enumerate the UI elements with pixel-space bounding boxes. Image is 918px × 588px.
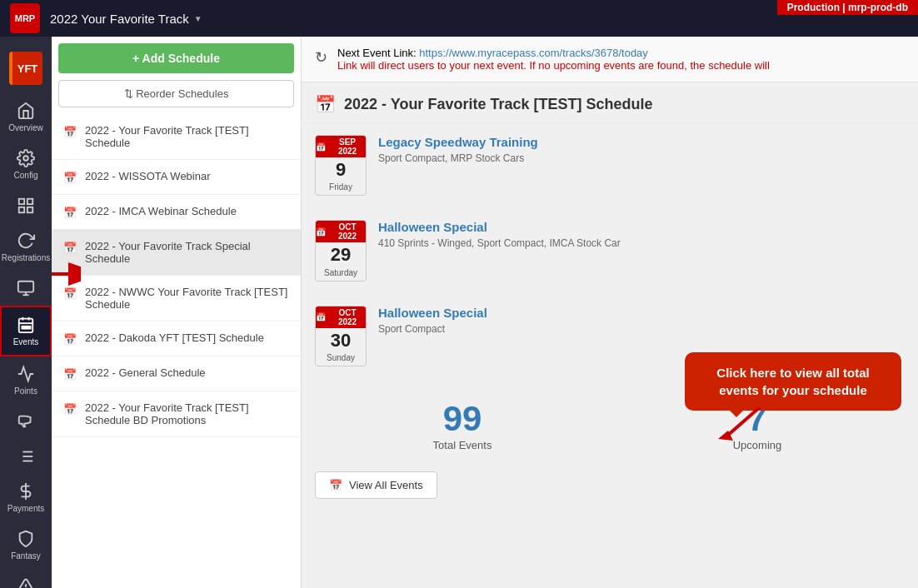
event-list: 📅SEP 2022 9 Friday Legacy Speedway Train…	[302, 123, 918, 379]
sidebar-label-config: Config	[14, 171, 38, 180]
production-badge: Production | mrp-prod-db	[777, 0, 918, 15]
svg-rect-8	[19, 319, 33, 333]
schedule-item-label: 2022 - Dakoda YFT [TEST] Schedule	[85, 331, 264, 344]
dropdown-caret-icon: ▼	[194, 14, 202, 23]
schedule-list-item[interactable]: 📅 2022 - General Schedule	[52, 356, 301, 391]
refresh-link-icon: ↻	[315, 48, 327, 67]
cal-dayname: Sunday	[316, 353, 366, 366]
sidebar-label-events: Events	[13, 337, 39, 346]
sidebar-item-overview[interactable]: Overview	[0, 93, 52, 141]
event-title[interactable]: Halloween Special	[378, 306, 487, 320]
sidebar-item-list[interactable]	[0, 439, 52, 474]
add-schedule-button[interactable]: + Add Schedule	[58, 43, 294, 73]
sidebar-item-registrations[interactable]: Registrations	[0, 223, 52, 271]
event-subtitle: Sport Compact, MRP Stock Cars	[378, 152, 538, 164]
schedule-item-label: 2022 - Your Favorite Track [TEST] Schedu…	[85, 401, 289, 426]
sidebar-label-overview: Overview	[8, 123, 43, 132]
schedule-cal-icon: 📅	[63, 368, 77, 381]
main-layout: YFT Overview Config Registrations Events…	[0, 37, 918, 588]
sidebar-item-events[interactable]: Events	[0, 306, 52, 356]
event-info: Halloween Special 410 Sprints - Winged, …	[378, 220, 621, 249]
schedule-list-item[interactable]: 📅 2022 - Your Favorite Track Special Sch…	[52, 230, 301, 276]
monitor-icon	[17, 279, 35, 297]
tooltip-arrow-icon	[718, 407, 768, 441]
tooltip-bubble[interactable]: Click here to view all total events for …	[685, 352, 901, 411]
total-events-label: Total Events	[315, 439, 610, 451]
schedule-sidebar: + Add Schedule ⇅ Reorder Schedules 📅 202…	[52, 37, 302, 588]
event-row: 📅SEP 2022 9 Friday Legacy Speedway Train…	[315, 123, 905, 208]
upcoming-label: Upcoming	[610, 439, 905, 451]
refresh-icon	[17, 232, 35, 250]
sidebar-label-registrations: Registrations	[2, 253, 50, 262]
svg-point-0	[23, 156, 28, 161]
next-event-info: Next Event Link: https://www.myracepass.…	[337, 47, 770, 72]
reorder-schedules-button[interactable]: ⇅ Reorder Schedules	[58, 80, 294, 107]
svg-rect-14	[28, 326, 31, 329]
schedule-item-label: 2022 - WISSOTA Webinar	[85, 170, 211, 182]
schedule-list-item[interactable]: 📅 2022 - IMCA Webinar Schedule	[52, 195, 301, 230]
schedule-item-label: 2022 - IMCA Webinar Schedule	[85, 205, 237, 217]
schedule-cal-icon: 📅	[63, 126, 77, 138]
icon-sidebar: YFT Overview Config Registrations Events…	[0, 37, 52, 588]
cal-badge: 📅SEP 2022 9 Friday	[315, 135, 367, 196]
event-info: Legacy Speedway Training Sport Compact, …	[378, 135, 538, 164]
gear-icon	[17, 149, 35, 167]
sidebar-label-fantasy: Fantasy	[11, 551, 41, 561]
sidebar-item-grid[interactable]	[0, 188, 52, 223]
cal-day: 29	[316, 242, 366, 267]
sidebar-item-config[interactable]: Config	[0, 141, 52, 188]
sidebar-label-payments: Payments	[7, 504, 44, 513]
stats-row: Click here to view all total events for …	[302, 386, 918, 465]
sidebar-item-monitor[interactable]	[0, 271, 52, 306]
top-bar-title[interactable]: 2022 Your Favorite Track ▼	[50, 12, 202, 26]
total-events-number: 99	[315, 399, 610, 439]
cal-month: 📅OCT 2022	[316, 221, 366, 242]
sidebar-item-megaphone[interactable]	[0, 404, 52, 439]
sidebar-item-yft[interactable]: YFT	[0, 43, 52, 93]
event-info: Halloween Special Sport Compact	[378, 306, 487, 335]
schedule-item-label: 2022 - Your Favorite Track Special Sched…	[85, 240, 289, 265]
sidebar-item-warning[interactable]	[0, 569, 52, 588]
grid-icon	[17, 197, 35, 215]
schedule-list-item[interactable]: 📅 2022 - Dakoda YFT [TEST] Schedule	[52, 321, 301, 356]
svg-rect-1	[19, 199, 24, 204]
top-bar: MRP 2022 Your Favorite Track ▼ Productio…	[0, 0, 918, 37]
next-event-url[interactable]: https://www.myracepass.com/tracks/3678/t…	[419, 47, 648, 59]
sidebar-item-points[interactable]: Points	[0, 356, 52, 404]
list-icon	[17, 447, 35, 466]
event-title[interactable]: Legacy Speedway Training	[378, 135, 538, 149]
total-events-stat[interactable]: 99 Total Events	[315, 399, 610, 451]
event-row: 📅OCT 2022 29 Saturday Halloween Special …	[315, 208, 905, 293]
cal-dayname: Friday	[316, 182, 366, 195]
schedule-cal-icon: 📅	[63, 403, 77, 416]
schedule-item-label: 2022 - Your Favorite Track [TEST] Schedu…	[85, 124, 289, 149]
svg-rect-3	[19, 207, 24, 212]
event-subtitle: 410 Sprints - Winged, Sport Compact, IMC…	[378, 237, 621, 249]
yft-logo: YFT	[9, 52, 42, 85]
schedule-panel-title: 2022 - Your Favorite Track [TEST] Schedu…	[344, 96, 652, 113]
view-all-events-button[interactable]: 📅 View All Events	[315, 471, 437, 499]
sidebar-item-fantasy[interactable]: Fantasy	[0, 521, 52, 569]
cal-badge: 📅OCT 2022 29 Saturday	[315, 220, 367, 281]
shield-icon	[17, 530, 35, 548]
next-event-bar: ↻ Next Event Link: https://www.myracepas…	[302, 37, 918, 82]
cal-month: 📅OCT 2022	[316, 306, 366, 328]
schedule-cal-icon: 📅	[63, 287, 77, 300]
megaphone-icon	[17, 412, 35, 431]
cal-day: 9	[316, 157, 366, 182]
schedule-list: 📅 2022 - Your Favorite Track [TEST] Sche…	[52, 114, 301, 437]
svg-rect-13	[25, 326, 27, 329]
event-subtitle: Sport Compact	[378, 323, 487, 335]
schedule-list-item[interactable]: 📅 2022 - WISSOTA Webinar	[52, 160, 301, 195]
schedule-list-item[interactable]: 📅 2022 - NWWC Your Favorite Track [TEST]…	[52, 276, 301, 321]
schedule-list-item[interactable]: 📅 2022 - Your Favorite Track [TEST] Sche…	[52, 114, 301, 160]
cal-badge: 📅OCT 2022 30 Sunday	[315, 306, 367, 366]
event-title[interactable]: Halloween Special	[378, 220, 621, 234]
schedule-cal-icon: 📅	[63, 242, 77, 254]
calendar-btn-icon: 📅	[329, 479, 342, 491]
event-panel: ↻ Next Event Link: https://www.myracepas…	[302, 37, 918, 588]
schedule-cal-icon: 📅	[63, 333, 77, 346]
schedule-list-item[interactable]: 📅 2022 - Your Favorite Track [TEST] Sche…	[52, 391, 301, 437]
svg-rect-2	[27, 199, 32, 204]
sidebar-item-payments[interactable]: Payments	[0, 474, 52, 521]
